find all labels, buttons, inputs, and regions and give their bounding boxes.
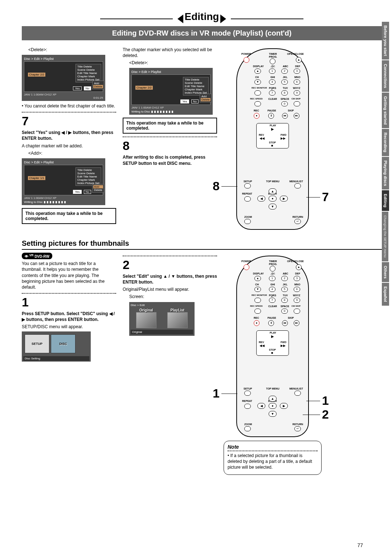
power-button[interactable] — [244, 57, 249, 63]
zoom-button[interactable] — [244, 426, 251, 431]
menulist-button[interactable] — [294, 183, 301, 188]
num-2-button[interactable]: 2 — [281, 69, 288, 74]
tab-getting-started[interactable]: Getting started — [382, 93, 389, 128]
recspeed-button[interactable] — [254, 101, 261, 106]
tuv-label: TUV — [283, 294, 288, 297]
fwd-icon[interactable]: ▶▶ — [281, 344, 286, 347]
setup-button[interactable] — [244, 391, 251, 396]
stop-icon[interactable]: ■ — [271, 351, 273, 355]
cmskip-button[interactable] — [294, 101, 300, 106]
menu-item: Scene Delete — [77, 68, 100, 72]
dpad-enter-button[interactable]: ● — [269, 403, 277, 409]
ch-down-button[interactable]: ▼ — [254, 287, 261, 292]
num-1-button[interactable]: 1 — [269, 69, 275, 74]
num-4-button[interactable]: 4 — [269, 80, 275, 85]
play-icon[interactable]: ▶ — [271, 127, 274, 131]
cmskip-button[interactable] — [294, 309, 300, 314]
skip-fwd-button[interactable]: ⏭ — [294, 320, 299, 326]
display-button[interactable]: ▲ — [254, 69, 261, 74]
pause-button[interactable]: ⏸ — [268, 320, 274, 326]
menulist-label: MENU/LIST — [289, 180, 303, 183]
abc-label: ABC — [283, 272, 288, 275]
tab-connections[interactable]: Connections — [382, 60, 389, 92]
num-8-button[interactable]: 8 — [281, 90, 288, 95]
stop-icon[interactable]: ■ — [271, 144, 273, 147]
dpad-down-button[interactable]: ▼ — [269, 411, 277, 417]
tab-playing-discs[interactable]: Playing discs — [382, 157, 389, 190]
dpad-up-button[interactable]: ▲ — [269, 396, 277, 402]
tab-editing[interactable]: Editing — [382, 190, 389, 211]
num-7-button[interactable]: 7 — [269, 90, 275, 95]
menulist-button[interactable] — [294, 391, 301, 396]
num-5-button[interactable]: 5 — [281, 287, 288, 292]
fwd-label: FWD — [281, 134, 286, 136]
pause-label: PAUSE — [268, 109, 276, 112]
num-0-button[interactable]: 0 — [281, 309, 288, 314]
fwd-icon[interactable]: ▶▶ — [281, 137, 286, 140]
num-5-button[interactable]: 5 — [281, 80, 288, 85]
num-7-button[interactable]: 7 — [269, 298, 275, 303]
repeat-button[interactable] — [244, 404, 251, 409]
rev-icon[interactable]: ◀◀ — [260, 137, 265, 140]
num-9-button[interactable]: 9 — [294, 90, 300, 95]
recmon-button[interactable] — [254, 298, 261, 303]
tab-others[interactable]: Others — [382, 262, 389, 282]
num-0-button[interactable]: 0 — [281, 101, 288, 106]
skip-back-button[interactable]: ⏮ — [282, 320, 288, 326]
rec-button[interactable]: ● — [254, 113, 260, 119]
return-button[interactable]: ↩ — [294, 219, 301, 224]
skip-back-button[interactable]: ⏮ — [282, 113, 288, 119]
callout-8-left: 8 — [213, 179, 220, 193]
return-button[interactable]: ↩ — [294, 426, 301, 431]
openclose-label: OPEN/CLOSE — [287, 53, 304, 55]
tab-setup-menu[interactable]: Changing the SETUP menu — [382, 212, 388, 261]
setup-button[interactable] — [244, 183, 251, 188]
callout-line — [306, 197, 320, 197]
num-4-button[interactable]: 4 — [269, 287, 275, 292]
power-button[interactable] — [244, 264, 249, 270]
dpad-down-button[interactable]: ▼ — [269, 204, 277, 209]
repeat-button[interactable] — [244, 196, 251, 201]
dpad-left-button[interactable]: ◀ — [257, 196, 265, 201]
pqrs-label: PQRS — [269, 294, 276, 297]
dpad-up-button[interactable]: ▲ — [269, 188, 277, 194]
num-8-button[interactable]: 8 — [281, 298, 288, 303]
pause-button[interactable]: ⏸ — [268, 113, 274, 119]
add-label: <Add>: — [28, 150, 116, 156]
play-icon[interactable]: ▶ — [271, 334, 274, 338]
clear-label: CLEAR — [268, 305, 277, 307]
dpad-right-button[interactable]: ▶ — [280, 403, 288, 409]
num-2-button[interactable]: 2 — [281, 276, 288, 281]
skip-fwd-button[interactable]: ⏭ — [294, 113, 299, 119]
openclose-button[interactable]: ▲ — [296, 264, 302, 270]
zoom-button[interactable] — [244, 219, 251, 224]
ch-down-button[interactable]: ▼ — [254, 80, 261, 85]
dpad-enter-button[interactable]: ● — [269, 196, 277, 201]
dpad-left-button[interactable]: ◀ — [257, 403, 265, 409]
rec-button[interactable]: ● — [254, 320, 260, 326]
num-6-button[interactable]: 6 — [294, 80, 300, 85]
screen-label: Screen: — [129, 294, 217, 300]
play-block: PLAY ▶ REV ◀◀ FWD ▶▶ STOP ■ — [256, 330, 289, 356]
menu-item: Scene Delete — [77, 172, 100, 175]
rev-icon[interactable]: ◀◀ — [260, 344, 265, 347]
dpad: ▲ ▼ ◀ ▶ ● — [251, 186, 294, 211]
display-button[interactable]: ▲ — [254, 276, 261, 281]
column-2: The chapter marker which you selected wi… — [123, 45, 217, 233]
num-3-button[interactable]: 3 — [294, 69, 300, 74]
recspeed-button[interactable] — [254, 309, 261, 314]
num-6-button[interactable]: 6 — [294, 287, 300, 292]
timer-button[interactable] — [270, 266, 275, 272]
timer-button[interactable] — [270, 58, 275, 64]
tab-espanol[interactable]: Español — [382, 283, 389, 306]
num-9-button[interactable]: 9 — [294, 298, 300, 303]
num-1-button[interactable]: 1 — [269, 276, 275, 281]
recmon-button[interactable] — [254, 90, 261, 95]
num-3-button[interactable]: 3 — [294, 276, 300, 281]
dpad-right-button[interactable]: ▶ — [280, 196, 288, 201]
menu-item: Title Delete — [77, 65, 100, 68]
tab-before-you-start[interactable]: Before you start — [382, 22, 389, 60]
openclose-button[interactable]: ▲ — [296, 57, 302, 63]
tab-recording[interactable]: Recording — [382, 129, 389, 156]
step-8-number: 8 — [123, 139, 217, 153]
